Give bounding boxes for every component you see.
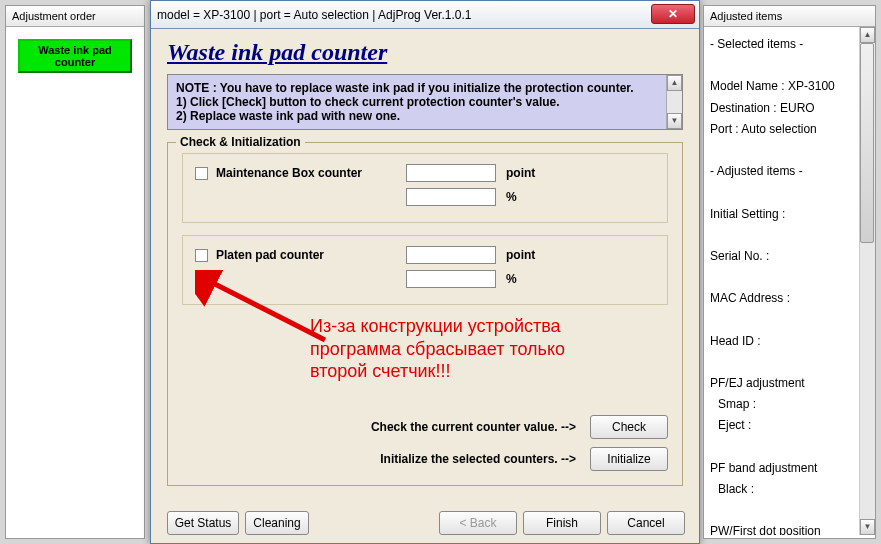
note-box: NOTE : You have to replace waste ink pad… bbox=[167, 74, 683, 130]
adjusted-items-line bbox=[710, 56, 851, 75]
check-init-group: Check & Initialization Maintenance Box c… bbox=[167, 142, 683, 486]
adjusted-items-line bbox=[710, 141, 851, 160]
page-title: Waste ink pad counter bbox=[167, 39, 683, 66]
adjusted-items-line: Black : bbox=[710, 480, 851, 499]
note-text: NOTE : You have to replace waste ink pad… bbox=[176, 81, 674, 123]
check-action-label: Check the current counter value. --> bbox=[371, 420, 576, 434]
adjusted-items-body: - Selected items - Model Name : XP-3100D… bbox=[704, 27, 875, 535]
adjusted-items-line: MAC Address : bbox=[710, 289, 851, 308]
adjusted-items-line: Model Name : XP-3100 bbox=[710, 77, 851, 96]
adjusted-items-line bbox=[710, 183, 851, 202]
adjusted-items-panel: Adjusted items - Selected items - Model … bbox=[703, 5, 876, 539]
check-button[interactable]: Check bbox=[590, 415, 668, 439]
maintenance-box-percent-value bbox=[406, 188, 496, 206]
scroll-down-icon[interactable]: ▼ bbox=[860, 519, 875, 535]
back-button[interactable]: < Back bbox=[439, 511, 517, 535]
scroll-up-icon[interactable]: ▲ bbox=[860, 27, 875, 43]
scroll-down-icon[interactable]: ▼ bbox=[667, 113, 682, 129]
adjusted-items-line bbox=[710, 268, 851, 287]
cleaning-button[interactable]: Cleaning bbox=[245, 511, 309, 535]
point-unit: point bbox=[506, 166, 535, 180]
platen-pad-point-value bbox=[406, 246, 496, 264]
maintenance-box-label: Maintenance Box counter bbox=[216, 166, 396, 180]
adjusted-items-line: PF/EJ adjustment bbox=[710, 374, 851, 393]
adjusted-items-title: Adjusted items bbox=[704, 6, 875, 27]
adjusted-items-line: - Adjusted items - bbox=[710, 162, 851, 181]
titlebar: model = XP-3100 | port = Auto selection … bbox=[151, 1, 699, 29]
maintenance-box-counter-row: Maintenance Box counter point % bbox=[182, 153, 668, 223]
adjusted-items-line bbox=[710, 353, 851, 372]
cancel-button[interactable]: Cancel bbox=[607, 511, 685, 535]
point-unit: point bbox=[506, 248, 535, 262]
adjusted-items-line: Eject : bbox=[710, 416, 851, 435]
adjusted-items-line: Serial No. : bbox=[710, 247, 851, 266]
adjusted-items-line bbox=[710, 226, 851, 245]
scroll-thumb[interactable] bbox=[860, 43, 874, 243]
waste-ink-pad-counter-button[interactable]: Waste ink pad counter bbox=[18, 39, 132, 73]
adjustment-order-title: Adjustment order bbox=[6, 6, 144, 27]
platen-pad-counter-row: Platen pad counter point % bbox=[182, 235, 668, 305]
annotation-text: Из-за конструкции устройства программа с… bbox=[310, 315, 610, 383]
adjusted-items-line: Smap : bbox=[710, 395, 851, 414]
platen-pad-label: Platen pad counter bbox=[216, 248, 396, 262]
platen-pad-checkbox[interactable] bbox=[195, 249, 208, 262]
adjusted-items-line: - Selected items - bbox=[710, 35, 851, 54]
note-scrollbar[interactable]: ▲ ▼ bbox=[666, 75, 682, 129]
maintenance-box-point-value bbox=[406, 164, 496, 182]
maintenance-box-checkbox[interactable] bbox=[195, 167, 208, 180]
scroll-up-icon[interactable]: ▲ bbox=[667, 75, 682, 91]
initialize-button[interactable]: Initialize bbox=[590, 447, 668, 471]
close-button[interactable]: ✕ bbox=[651, 4, 695, 24]
adjusted-items-line: PF band adjustment bbox=[710, 459, 851, 478]
platen-pad-percent-value bbox=[406, 270, 496, 288]
adjusted-items-line bbox=[710, 310, 851, 329]
adjustment-order-panel: Adjustment order Waste ink pad counter bbox=[5, 5, 145, 539]
adjusted-items-line: Initial Setting : bbox=[710, 205, 851, 224]
adjusted-items-line: PW/First dot position adjustment bbox=[710, 522, 851, 535]
main-window: model = XP-3100 | port = Auto selection … bbox=[150, 0, 700, 544]
adjusted-items-line: Head ID : bbox=[710, 332, 851, 351]
window-title: model = XP-3100 | port = Auto selection … bbox=[157, 8, 471, 22]
finish-button[interactable]: Finish bbox=[523, 511, 601, 535]
init-action-label: Initialize the selected counters. --> bbox=[380, 452, 576, 466]
percent-unit: % bbox=[506, 190, 517, 204]
adjusted-items-line: Destination : EURO bbox=[710, 99, 851, 118]
right-scrollbar[interactable]: ▲ ▼ bbox=[859, 27, 875, 535]
adjusted-items-line bbox=[710, 501, 851, 520]
adjusted-items-line bbox=[710, 438, 851, 457]
bottom-bar: Get Status Cleaning < Back Finish Cancel bbox=[163, 511, 687, 535]
adjusted-items-line: Port : Auto selection bbox=[710, 120, 851, 139]
percent-unit: % bbox=[506, 272, 517, 286]
get-status-button[interactable]: Get Status bbox=[167, 511, 239, 535]
group-title: Check & Initialization bbox=[176, 135, 305, 149]
